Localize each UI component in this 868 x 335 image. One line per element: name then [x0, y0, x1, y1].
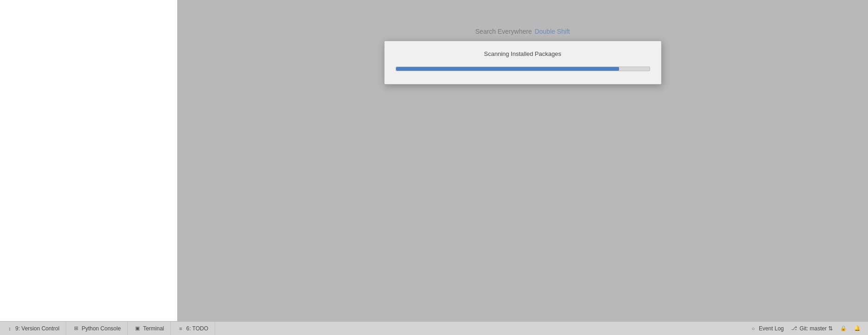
progress-bar-fill [396, 67, 619, 71]
todo-button[interactable]: ≡ 6: TODO [171, 322, 215, 335]
git-icon: ⎇ [791, 325, 797, 331]
git-branch-button[interactable]: ⎇ Git: master ⇅ [791, 325, 833, 332]
bell-icon: 🔔 [854, 325, 861, 332]
python-console-icon: ⊞ [73, 325, 79, 332]
status-bar: ↕ 9: Version Control ⊞ Python Console ▣ … [0, 321, 868, 335]
todo-icon: ≡ [177, 325, 184, 332]
event-log-button[interactable]: ○ Event Log [750, 325, 784, 332]
python-console-label: Python Console [81, 325, 121, 332]
lock-icon: 🔒 [840, 325, 847, 332]
version-control-button[interactable]: ↕ 9: Version Control [0, 322, 66, 335]
modal-title: Scanning Installed Packages [396, 50, 650, 57]
python-console-button[interactable]: ⊞ Python Console [66, 322, 128, 335]
lock-button[interactable]: 🔒 [840, 325, 847, 332]
git-branch-label: Git: master ⇅ [800, 325, 833, 332]
terminal-icon: ▣ [134, 325, 141, 332]
terminal-label: Terminal [143, 325, 164, 332]
event-log-icon: ○ [750, 325, 756, 332]
event-log-label: Event Log [759, 325, 784, 332]
notifications-button[interactable]: 🔔 [854, 325, 861, 332]
version-control-label: 9: Version Control [15, 325, 59, 332]
todo-label: 6: TODO [186, 325, 208, 332]
progress-bar-container [396, 67, 650, 71]
modal-overlay: Scanning Installed Packages [177, 0, 868, 321]
version-control-icon: ↕ [6, 325, 13, 332]
scanning-modal: Scanning Installed Packages [384, 41, 662, 85]
status-bar-left: ↕ 9: Version Control ⊞ Python Console ▣ … [0, 322, 215, 335]
status-bar-right: ○ Event Log ⎇ Git: master ⇅ 🔒 🔔 [750, 325, 868, 332]
terminal-button[interactable]: ▣ Terminal [128, 322, 171, 335]
left-panel [0, 0, 177, 321]
